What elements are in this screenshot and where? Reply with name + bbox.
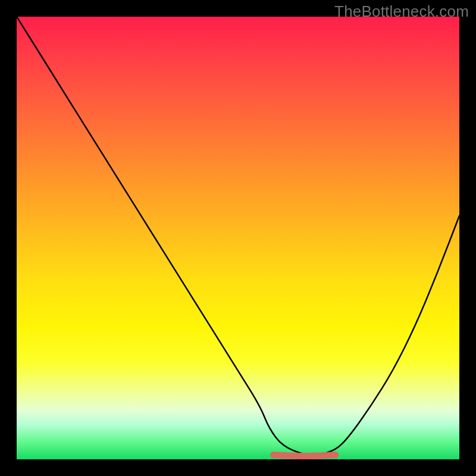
chart-frame: TheBottleneck.com — [0, 0, 476, 476]
curve-layer — [17, 17, 459, 459]
flat-region-marker — [274, 455, 336, 456]
watermark-text: TheBottleneck.com — [334, 2, 469, 21]
plot-area — [17, 17, 459, 459]
bottleneck-curve — [17, 17, 459, 455]
